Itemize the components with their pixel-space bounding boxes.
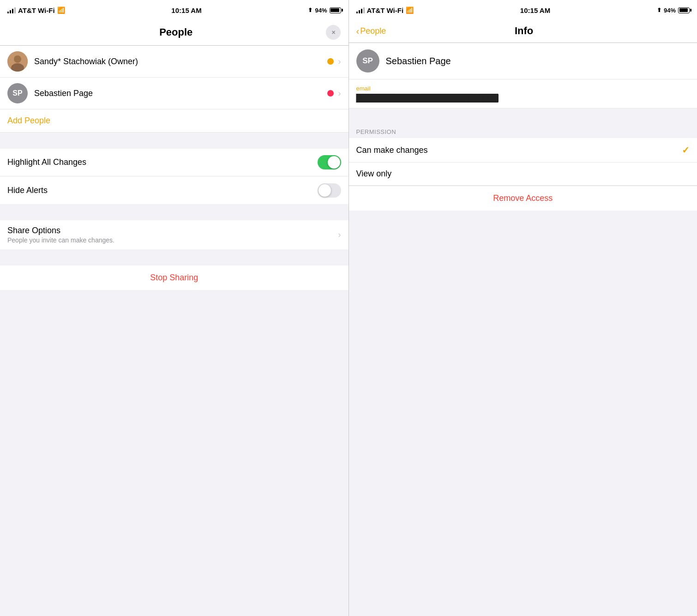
chevron-right-icon: › [338, 230, 341, 240]
chevron-right-icon: › [338, 89, 341, 98]
permission-option-label: View only [356, 169, 392, 179]
toggle-thumb [328, 156, 340, 169]
person-info: Sebastien Page [34, 89, 327, 98]
back-label: People [360, 26, 386, 36]
status-dot-yellow [327, 58, 334, 65]
battery-fill [330, 8, 339, 12]
remove-access-label: Remove Access [493, 193, 553, 203]
person-info-section: SP Sebastien Page email ████████ · █████… [349, 43, 697, 109]
avatar-initials: SP [362, 56, 373, 66]
status-bar-right: AT&T Wi-Fi 📶 10:15 AM ⬆ 94% [349, 0, 697, 20]
list-item: Highlight All Changes [0, 149, 348, 176]
chevron-right-icon: › [338, 57, 341, 66]
right-nav-title: Info [515, 25, 533, 37]
chevron-left-icon: ‹ [356, 26, 360, 36]
person-name: Sandy* Stachowiak (Owner) [34, 57, 327, 66]
close-icon: × [331, 29, 335, 36]
status-center: 10:15 AM [65, 6, 308, 14]
toggle-thumb [318, 184, 331, 197]
hide-alerts-toggle[interactable] [318, 183, 341, 198]
svg-point-1 [14, 55, 21, 63]
avatar-initials: SP [12, 89, 22, 97]
battery-icon [678, 7, 690, 13]
wifi-icon: 📶 [406, 6, 414, 14]
location-icon: ⬆ [308, 7, 312, 13]
setting-label: Hide Alerts [7, 186, 318, 195]
right-content: SP Sebastien Page email ████████ · █████… [349, 43, 697, 616]
share-options-title: Share Options [7, 226, 114, 236]
status-dot-red [327, 90, 334, 97]
permission-label: PERMISSION [356, 128, 397, 135]
battery-fill [679, 8, 688, 12]
person-photo-icon [7, 51, 28, 72]
status-right-group: ⬆ 94% [308, 7, 341, 14]
remove-access-section: Remove Access [349, 186, 697, 211]
redacted-text: ████████ · ███████████ ████ [356, 94, 499, 103]
permission-item[interactable]: Can make changes ✓ [349, 138, 697, 163]
carrier-label: AT&T Wi-Fi [18, 6, 55, 14]
setting-label-container: Highlight All Changes [7, 157, 318, 167]
back-button[interactable]: ‹ People [356, 26, 386, 36]
list-item: Hide Alerts [0, 176, 348, 204]
share-options-text: Share Options People you invite can make… [7, 226, 114, 244]
section-gap [0, 204, 348, 220]
avatar [7, 51, 28, 72]
left-panel: AT&T Wi-Fi 📶 10:15 AM ⬆ 94% People × [0, 0, 348, 616]
email-label: email [356, 85, 690, 92]
right-nav-bar: ‹ People Info [349, 20, 697, 43]
permission-item[interactable]: View only [349, 163, 697, 185]
share-options-subtitle: People you invite can make changes. [7, 236, 114, 244]
setting-label: Highlight All Changes [7, 157, 318, 167]
person-name: Sebastien Page [34, 89, 327, 98]
left-nav-bar: People × [0, 20, 348, 46]
settings-list: Highlight All Changes Hide Alerts [0, 149, 348, 204]
share-options-row[interactable]: Share Options People you invite can make… [0, 220, 348, 249]
left-content: Sandy* Stachowiak (Owner) › SP Sebastien… [0, 46, 348, 616]
wifi-icon: 📶 [57, 6, 65, 14]
status-right-group: ⬆ 94% [657, 7, 690, 14]
signal-bars-icon [7, 7, 16, 13]
section-gap [0, 133, 348, 149]
time-label: 10:15 AM [520, 6, 550, 14]
section-gap [349, 109, 697, 125]
status-center: 10:15 AM [414, 6, 657, 14]
people-list: Sandy* Stachowiak (Owner) › SP Sebastien… [0, 46, 348, 133]
status-bar-left: AT&T Wi-Fi 📶 10:15 AM ⬆ 94% [0, 0, 348, 20]
bottom-gap [0, 290, 348, 382]
stop-sharing-section: Stop Sharing [0, 266, 348, 290]
stop-sharing-row[interactable]: Stop Sharing [0, 266, 348, 290]
left-nav-title: People [159, 26, 192, 38]
setting-label-container: Hide Alerts [7, 186, 318, 195]
avatar: SP [356, 49, 379, 72]
time-label: 10:15 AM [171, 6, 201, 14]
permission-list: Can make changes ✓ View only [349, 138, 697, 185]
close-button[interactable]: × [326, 25, 341, 40]
signal-bars-icon [356, 7, 365, 13]
person-row: SP Sebastien Page [349, 43, 697, 79]
remove-access-row[interactable]: Remove Access [349, 186, 697, 211]
list-item[interactable]: Sandy* Stachowiak (Owner) › [0, 46, 348, 78]
email-section: email ████████ · ███████████ ████ [349, 79, 697, 109]
add-people-label: Add People [7, 116, 50, 125]
status-left-group: AT&T Wi-Fi 📶 [356, 6, 414, 14]
avatar: SP [7, 83, 28, 103]
person-info: Sandy* Stachowiak (Owner) [34, 57, 327, 66]
share-options-section: Share Options People you invite can make… [0, 220, 348, 249]
section-gap [0, 249, 348, 266]
add-people-row[interactable]: Add People [0, 109, 348, 133]
permission-option-label: Can make changes [356, 145, 428, 155]
permission-section-header: PERMISSION [349, 125, 697, 138]
status-left-group: AT&T Wi-Fi 📶 [7, 6, 65, 14]
carrier-label: AT&T Wi-Fi [367, 6, 404, 14]
list-item[interactable]: SP Sebastien Page › [0, 78, 348, 109]
bottom-gap [349, 211, 697, 395]
stop-sharing-label: Stop Sharing [150, 273, 198, 282]
right-panel: AT&T Wi-Fi 📶 10:15 AM ⬆ 94% ‹ People Inf… [349, 0, 697, 616]
highlight-toggle[interactable] [318, 155, 341, 169]
email-value: ████████ · ███████████ ████ [356, 94, 690, 103]
checkmark-icon: ✓ [682, 145, 690, 156]
person-name: Sebastien Page [386, 56, 451, 66]
battery-percent: 94% [315, 7, 327, 14]
location-icon: ⬆ [657, 7, 661, 13]
battery-percent: 94% [664, 7, 676, 14]
